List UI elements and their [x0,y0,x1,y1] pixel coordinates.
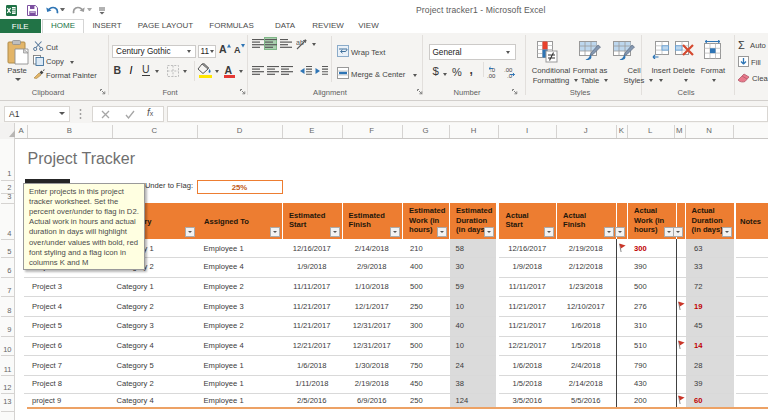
svg-text:ab: ab [296,39,304,46]
svg-text:.00: .00 [487,73,496,79]
